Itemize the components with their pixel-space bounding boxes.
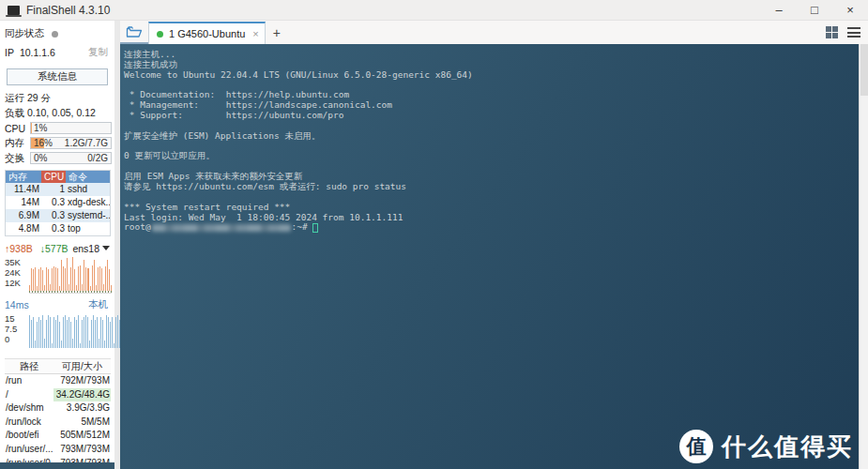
- meter-percent: 16%: [34, 138, 53, 149]
- terminal-cursor: [312, 223, 318, 233]
- disk-row[interactable]: /run/lock5M/5M: [5, 416, 111, 430]
- connection-status-dot: [157, 31, 163, 38]
- chart-bar: [70, 267, 71, 291]
- chart-bar: [105, 266, 106, 291]
- terminal-scrollbar[interactable]: [859, 44, 868, 469]
- chart-bar: [100, 317, 101, 348]
- uptime-text: 运行 29 分: [5, 92, 112, 104]
- process-cmd: systemd-...: [66, 209, 110, 222]
- chart-bar: [40, 320, 41, 348]
- chart-bar: [63, 266, 64, 291]
- terminal-line: 请参见 https://ubuntu.com/esm 或者运行: sudo pr…: [124, 182, 855, 192]
- meter-label: 交换: [5, 152, 30, 165]
- terminal-line: [124, 142, 855, 152]
- ip-value: 10.1.1.6: [20, 47, 55, 58]
- tab-g4560-ubuntu[interactable]: 1 G4560-Ubuntu ×: [148, 22, 266, 44]
- chart-bar: [67, 320, 68, 348]
- terminal[interactable]: 连接主机...连接主机成功Welcome to Ubuntu 22.04.4 L…: [120, 44, 868, 469]
- copy-ip-link[interactable]: 复制: [88, 46, 108, 59]
- window-title: FinalShell 4.3.10: [26, 4, 110, 17]
- process-table[interactable]: 内存CPU命令 11.4M1sshd14M0.3xdg-desk...6.9M0…: [5, 170, 111, 236]
- chart-bar: [117, 315, 118, 348]
- chart-bar: [101, 268, 102, 291]
- process-row[interactable]: 4.8M0.3top: [6, 222, 110, 235]
- layout-grid-icon[interactable]: [826, 26, 838, 38]
- disk-row[interactable]: /dev/shm3.9G/3.9G: [5, 401, 111, 416]
- chart-bar: [76, 320, 77, 348]
- chart-bar: [87, 317, 88, 348]
- scrollbar-thumb[interactable]: [860, 44, 868, 96]
- process-cmd: top: [66, 222, 110, 235]
- close-button[interactable]: ×: [832, 0, 868, 21]
- chart-bar: [108, 317, 109, 348]
- process-cmd: xdg-desk...: [66, 196, 110, 209]
- terminal-prompt-line: root@:~#: [124, 222, 855, 233]
- disk-row[interactable]: /boot/efi505M/512M: [5, 429, 111, 443]
- chart-bar: [72, 339, 73, 348]
- chevron-down-icon: [102, 246, 110, 250]
- window-controls: – □ ×: [761, 0, 868, 21]
- disk-row[interactable]: /run/user/...793M/793M: [5, 443, 111, 457]
- process-row[interactable]: 14M0.3xdg-desk...: [6, 196, 110, 209]
- chart-bar: [57, 315, 58, 348]
- process-mem: 11.4M: [6, 183, 41, 196]
- system-info-button[interactable]: 系统信息: [7, 68, 108, 85]
- chart-bar: [87, 268, 88, 291]
- prompt-suffix: :~#: [292, 222, 308, 233]
- chart-bar: [84, 260, 84, 291]
- meter-bar: 16%1.2G/7.7G: [30, 137, 112, 149]
- chart-bar: [31, 268, 32, 291]
- disk-size: 5M/5M: [53, 416, 111, 430]
- chart-bar: [35, 340, 36, 348]
- network-chart-baseline-ticks: [29, 291, 112, 294]
- disk-path: /run: [5, 374, 53, 388]
- disk-table[interactable]: 路径可用/大小 /run792M/793M/34.2G/48.4G/dev/sh…: [5, 358, 111, 469]
- chart-bar: [35, 267, 36, 291]
- chart-bar: [70, 322, 71, 348]
- terminal-line: *** System restart required ***: [124, 203, 855, 213]
- process-row[interactable]: 11.4M1sshd: [6, 183, 110, 196]
- hamburger-menu-icon[interactable]: [847, 27, 860, 38]
- tab-close-icon[interactable]: ×: [252, 28, 258, 39]
- process-cpu: 0.3: [41, 209, 66, 222]
- disk-row[interactable]: /run792M/793M: [5, 374, 111, 388]
- process-row[interactable]: 6.9M0.3systemd-...: [6, 209, 110, 222]
- chart-bar: [78, 266, 79, 291]
- chart-bar: [72, 257, 73, 291]
- meter-detail: 1.2G/7.7G: [65, 138, 108, 149]
- chart-bar: [63, 317, 64, 348]
- disk-row[interactable]: /34.2G/48.4G: [5, 388, 111, 402]
- chart-bar: [50, 284, 51, 291]
- axis-tick-label: 15: [5, 313, 27, 324]
- chart-bar: [29, 315, 30, 348]
- disk-column-header[interactable]: 路径: [5, 359, 53, 373]
- watermark-text: 什么值得买: [722, 431, 853, 463]
- chart-bar: [109, 269, 110, 291]
- process-column-header[interactable]: CPU: [41, 171, 66, 183]
- interface-dropdown[interactable]: ens18: [72, 243, 110, 254]
- chart-bar: [53, 266, 54, 291]
- disk-path: /run/user/...: [5, 443, 53, 457]
- new-tab-button[interactable]: +: [266, 22, 288, 44]
- chart-bar: [102, 320, 103, 348]
- tab-bar: 1 G4560-Ubuntu × +: [120, 21, 868, 44]
- maximize-button[interactable]: □: [797, 0, 832, 21]
- chart-bar: [95, 320, 96, 348]
- redacted-hostname: [152, 224, 291, 232]
- prompt-user: root@: [124, 222, 151, 233]
- terminal-output: 连接主机...连接主机成功Welcome to Ubuntu 22.04.4 L…: [124, 50, 855, 233]
- minimize-button[interactable]: –: [761, 0, 797, 21]
- axis-tick-label: 35K: [5, 257, 27, 267]
- chart-bar: [55, 267, 56, 291]
- disk-size: 792M/793M: [53, 374, 111, 388]
- chart-bar: [33, 269, 34, 291]
- process-column-header[interactable]: 命令: [66, 171, 110, 183]
- disk-column-header[interactable]: 可用/大小: [53, 359, 111, 373]
- sync-status-label: 同步状态: [5, 27, 44, 40]
- connections-folder-button[interactable]: [120, 22, 148, 44]
- chart-bar: [82, 284, 83, 291]
- ping-host-label: 本机: [88, 298, 108, 311]
- disk-size: 34.2G/48.4G: [53, 388, 111, 402]
- process-column-header[interactable]: 内存: [6, 171, 41, 183]
- sidebar-bottom-strip: [0, 462, 114, 469]
